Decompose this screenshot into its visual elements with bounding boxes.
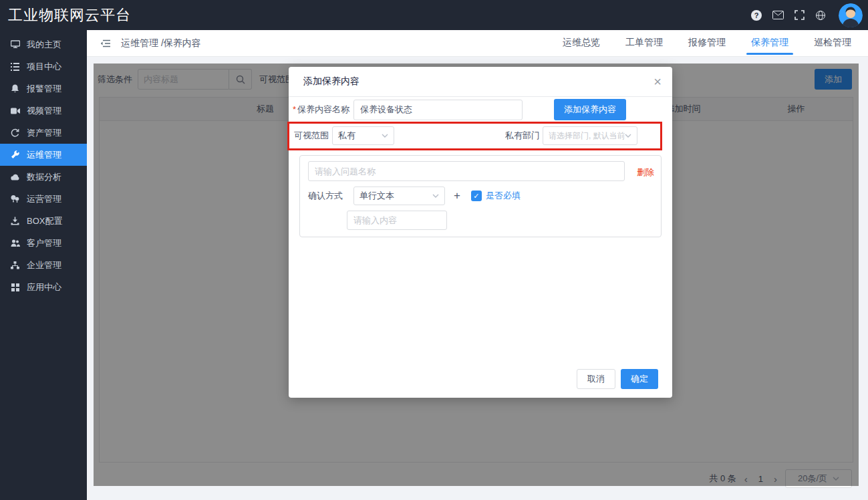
scope-select[interactable]: 私有 bbox=[332, 126, 394, 145]
sidebar-item-app-center[interactable]: 应用中心 bbox=[0, 276, 87, 298]
help-icon[interactable]: ? bbox=[750, 9, 762, 21]
add-question-plus-icon[interactable]: + bbox=[454, 189, 460, 203]
content-name-row: *保养内容名称 添加保养内容 bbox=[289, 99, 672, 120]
sidebar-item-label: 资产管理 bbox=[27, 127, 61, 139]
content-name-input[interactable] bbox=[353, 100, 523, 120]
sidebar-item-video-mgmt[interactable]: 视频管理 bbox=[0, 100, 87, 122]
sidebar-item-label: 视频管理 bbox=[27, 105, 61, 117]
delete-question-link[interactable]: 删除 bbox=[637, 166, 654, 178]
mail-icon[interactable] bbox=[772, 9, 784, 21]
close-icon[interactable]: × bbox=[654, 75, 662, 88]
top-header-bar: 工业物联网云平台 ? bbox=[0, 0, 868, 30]
box-download-icon bbox=[10, 217, 20, 225]
confirm-method-row: 确认方式 单行文本 + ✓ 是否必填 bbox=[308, 186, 521, 205]
required-star: * bbox=[293, 104, 296, 114]
sidebar-item-asset-mgmt[interactable]: 资产管理 bbox=[0, 122, 87, 144]
sidebar-item-enterprise-mgmt[interactable]: 企业管理 bbox=[0, 254, 87, 276]
content-value-input[interactable] bbox=[347, 211, 447, 230]
ok-button[interactable]: 确定 bbox=[621, 369, 658, 389]
tab-ops-overview[interactable]: 运维总览 bbox=[550, 30, 613, 57]
confirm-method-select[interactable]: 单行文本 bbox=[353, 186, 445, 205]
project-list-icon bbox=[10, 63, 20, 71]
sidebar-item-box-config[interactable]: BOX配置 bbox=[0, 210, 87, 232]
dialog-title: 添加保养内容 bbox=[303, 76, 359, 88]
operation-balloons-icon bbox=[10, 195, 20, 203]
collapse-menu-icon[interactable] bbox=[100, 39, 110, 47]
private-dept-select[interactable]: 请选择部门, 默认当前部门 bbox=[543, 126, 637, 145]
confirm-method-label: 确认方式 bbox=[308, 190, 343, 202]
visibility-scope-row: 可视范围 私有 私有部门 请选择部门, 默认当前部门 bbox=[289, 126, 672, 145]
question-panel: 删除 确认方式 单行文本 + ✓ 是否必填 bbox=[299, 155, 662, 237]
customer-users-icon bbox=[10, 239, 20, 247]
sidebar-item-label: 运营管理 bbox=[27, 193, 61, 205]
sidebar-item-label: 我的主页 bbox=[27, 39, 61, 51]
sidebar-item-data-analysis[interactable]: 数据分析 bbox=[0, 166, 87, 188]
ops-wrench-icon bbox=[10, 150, 20, 159]
question-name-input[interactable] bbox=[308, 161, 625, 181]
app-title: 工业物联网云平台 bbox=[0, 5, 131, 25]
sidebar-item-project-center[interactable]: 项目中心 bbox=[0, 55, 87, 78]
required-checkbox[interactable]: ✓ bbox=[471, 191, 482, 201]
user-avatar[interactable] bbox=[839, 3, 863, 27]
sidebar-item-alarm-mgmt[interactable]: 报警管理 bbox=[0, 78, 87, 100]
required-checkbox-label: 是否必填 bbox=[486, 190, 521, 202]
fullscreen-icon[interactable] bbox=[793, 9, 805, 21]
sidebar-item-label: 数据分析 bbox=[27, 171, 61, 183]
topbar-actions: ? bbox=[750, 3, 868, 27]
tab-workorder-mgmt[interactable]: 工单管理 bbox=[613, 30, 676, 57]
sidebar-item-label: BOX配置 bbox=[27, 215, 62, 227]
private-dept-label: 私有部门 bbox=[505, 130, 540, 142]
dialog-header: 添加保养内容 × bbox=[289, 67, 672, 97]
sidebar-item-label: 运维管理 bbox=[27, 149, 61, 161]
app-grid-icon bbox=[10, 283, 20, 291]
scope-label: 可视范围 bbox=[294, 130, 329, 142]
sidebar-item-label: 客户管理 bbox=[27, 237, 61, 249]
chevron-down-icon bbox=[432, 194, 439, 198]
sidebar-menu: 我的主页 项目中心 报警管理 视频管理 资产管理 运维管理 数据分析 运营管理 … bbox=[0, 30, 87, 500]
add-maintenance-content-dialog: 添加保养内容 × *保养内容名称 添加保养内容 可视范围 私有 私有部门 请选择… bbox=[289, 67, 672, 398]
sidebar-item-customer-mgmt[interactable]: 客户管理 bbox=[0, 232, 87, 254]
content-name-label: *保养内容名称 bbox=[293, 104, 349, 116]
sidebar-item-label: 报警管理 bbox=[27, 83, 61, 95]
tab-repair-mgmt[interactable]: 报修管理 bbox=[676, 30, 738, 57]
chevron-down-icon bbox=[382, 134, 388, 138]
chevron-down-icon bbox=[625, 134, 631, 138]
nav-tabs: 运维总览 工单管理 报修管理 保养管理 巡检管理 bbox=[550, 30, 864, 57]
tab-inspection-mgmt[interactable]: 巡检管理 bbox=[801, 30, 864, 57]
language-globe-icon[interactable] bbox=[815, 9, 827, 21]
cancel-button[interactable]: 取消 bbox=[577, 369, 615, 389]
monitor-icon bbox=[10, 40, 20, 49]
secondary-nav-bar: 运维管理 /保养内容 运维总览 工单管理 报修管理 保养管理 巡检管理 bbox=[87, 30, 868, 57]
sidebar-item-ops-mgmt[interactable]: 运维管理 bbox=[0, 144, 87, 166]
breadcrumb: 运维管理 /保养内容 bbox=[121, 37, 201, 49]
sidebar-item-label: 企业管理 bbox=[27, 259, 61, 271]
alarm-bell-icon bbox=[10, 84, 20, 93]
asset-recycle-icon bbox=[10, 128, 20, 137]
add-content-button[interactable]: 添加保养内容 bbox=[554, 99, 626, 120]
sidebar-item-label: 项目中心 bbox=[27, 61, 61, 73]
sidebar-item-my-home[interactable]: 我的主页 bbox=[0, 33, 87, 55]
sidebar-item-label: 应用中心 bbox=[27, 281, 61, 293]
video-camera-icon bbox=[10, 108, 20, 114]
enterprise-sitemap-icon bbox=[10, 261, 20, 269]
tab-maintenance-mgmt[interactable]: 保养管理 bbox=[738, 30, 801, 57]
sidebar-item-operation-mgmt[interactable]: 运营管理 bbox=[0, 188, 87, 210]
dialog-footer: 取消 确定 bbox=[577, 369, 658, 389]
data-cloud-icon bbox=[10, 174, 20, 180]
